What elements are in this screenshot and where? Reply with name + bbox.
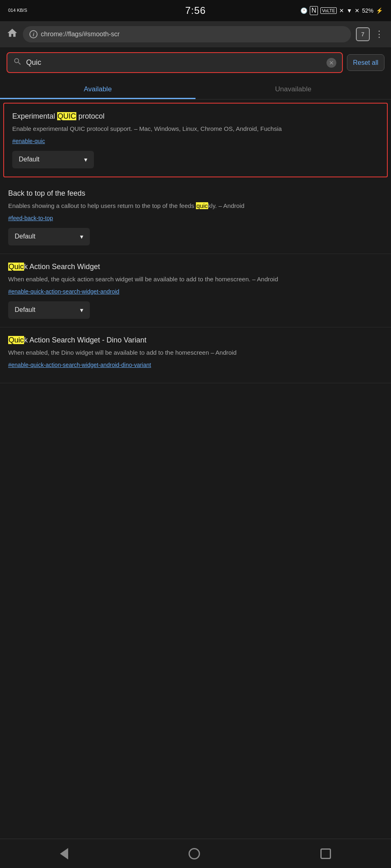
flag-title-feed-back: Back to top of the feeds: [8, 189, 383, 198]
flag-desc-quic: Enable experimental QUIC protocol suppor…: [12, 124, 379, 134]
flag-desc-quick-widget-dino: When enabled, the Dino widget will be av…: [8, 348, 383, 358]
flag-dropdown-quick-widget[interactable]: Default ▾: [8, 301, 90, 319]
reset-all-button[interactable]: Reset all: [347, 54, 384, 71]
flag-dropdown-feed-back[interactable]: Default ▾: [8, 228, 90, 245]
flag-title-after: k Action Search Widget - Dino Variant: [24, 336, 147, 344]
battery-text: 52%: [362, 7, 373, 14]
flag-link-feed-back[interactable]: #feed-back-to-top: [8, 215, 383, 221]
desc-highlight: quic: [196, 202, 208, 209]
flag-item-quic: Experimental QUIC protocol Enable experi…: [3, 103, 388, 177]
home-nav-button[interactable]: [189, 848, 200, 859]
menu-button[interactable]: ⋮: [375, 29, 384, 40]
flag-title-quick-widget-dino: Quick Action Search Widget - Dino Varian…: [8, 336, 383, 345]
status-time: 7:56: [185, 5, 206, 16]
volte-icon: VoLTE: [320, 7, 337, 14]
flag-title-after: protocol: [76, 112, 104, 120]
signal-icon: ✕: [355, 7, 360, 14]
status-icons: 🕐 N VoLTE ✕ ▼ ✕ 52% ⚡: [300, 6, 383, 15]
flag-title-highlight: QUIC: [57, 112, 76, 120]
bluetooth-icon: ✕: [339, 7, 344, 14]
flag-title-highlight: Quic: [8, 263, 24, 271]
flag-title-quic: Experimental QUIC protocol: [12, 112, 379, 121]
flag-dropdown-quic[interactable]: Default ▾: [12, 151, 94, 168]
desc-after: kly. – Android: [208, 202, 244, 209]
back-icon: [60, 848, 68, 859]
search-icon: [13, 57, 22, 68]
status-data: 014 KB/S: [8, 8, 27, 13]
recents-icon: [320, 848, 331, 859]
tab-unavailable[interactable]: Unavailable: [196, 78, 391, 99]
flag-title-highlight: Quic: [8, 336, 24, 344]
back-button[interactable]: [60, 848, 68, 859]
status-bar: 014 KB/S 7:56 🕐 N VoLTE ✕ ▼ ✕ 52% ⚡: [0, 0, 391, 21]
url-bar[interactable]: i chrome://flags/#smooth-scr: [23, 26, 351, 42]
tab-count-button[interactable]: 7: [356, 27, 370, 41]
url-text: chrome://flags/#smooth-scr: [41, 31, 344, 38]
tabs-container: Available Unavailable: [0, 78, 391, 99]
search-input-wrapper[interactable]: [7, 52, 343, 73]
desc-before: Enables showing a callout to help users …: [8, 202, 196, 209]
clear-search-button[interactable]: [327, 58, 336, 68]
flag-title-before: Experimental: [12, 112, 57, 120]
bottom-nav: [0, 839, 391, 868]
browser-bar: i chrome://flags/#smooth-scr 7 ⋮: [0, 21, 391, 47]
flag-item-quick-widget-dino: Quick Action Search Widget - Dino Varian…: [0, 327, 391, 383]
nfc-icon: N: [310, 6, 318, 15]
flag-link-quick-widget-dino[interactable]: #enable-quick-action-search-widget-andro…: [8, 362, 383, 368]
wifi-icon: ▼: [347, 7, 352, 14]
home-button[interactable]: [7, 27, 18, 41]
chevron-down-icon: ▾: [80, 306, 83, 314]
home-nav-icon: [189, 848, 200, 859]
flag-link-quick-widget[interactable]: #enable-quick-action-search-widget-andro…: [8, 288, 383, 295]
flag-desc-feed-back: Enables showing a callout to help users …: [8, 201, 383, 211]
charging-icon: ⚡: [376, 7, 383, 14]
flag-title-quick-widget: Quick Action Search Widget: [8, 262, 383, 272]
flag-desc-quick-widget: When enabled, the quick action search wi…: [8, 275, 383, 284]
tab-available[interactable]: Available: [0, 78, 196, 99]
info-icon: i: [29, 30, 38, 38]
recents-button[interactable]: [320, 848, 331, 859]
flag-title-after: k Action Search Widget: [24, 263, 100, 271]
flag-item-feed-back: Back to top of the feeds Enables showing…: [0, 181, 391, 254]
search-input[interactable]: [26, 58, 322, 67]
alarm-icon: 🕐: [300, 7, 307, 14]
chevron-down-icon: ▾: [84, 156, 87, 163]
chevron-down-icon: ▾: [80, 233, 83, 241]
flag-item-quick-widget: Quick Action Search Widget When enabled,…: [0, 254, 391, 327]
flag-link-quic[interactable]: #enable-quic: [12, 138, 379, 144]
search-bar-container: Reset all: [0, 47, 391, 78]
flags-content: Experimental QUIC protocol Enable experi…: [0, 103, 391, 416]
